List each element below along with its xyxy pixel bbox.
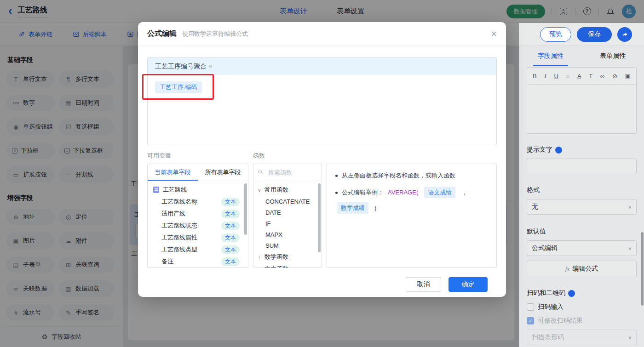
modal-backdrop[interactable] xyxy=(519,0,644,23)
variable-field-row[interactable]: 工艺路线状态 文本 xyxy=(148,220,248,232)
field-type-badge: 文本 xyxy=(221,198,240,206)
variable-field-label: 工艺路线名称 xyxy=(161,198,197,206)
function-group-common[interactable]: ∨ 常用函数 xyxy=(253,184,322,196)
cancel-button[interactable]: 取消 xyxy=(406,277,441,292)
variable-field-label: 工艺路线类型 xyxy=(161,245,197,254)
tab-all-form-fields[interactable]: 所有表单字段 xyxy=(198,164,248,181)
field-type-badge: 文本 xyxy=(221,245,240,254)
chevron-right-icon: › xyxy=(257,267,262,268)
variable-field-label: 工艺路线状态 xyxy=(161,222,197,230)
function-search-input[interactable] xyxy=(267,169,315,176)
formula-token[interactable]: 工艺工序.编码 xyxy=(155,81,202,93)
window-scrollbar[interactable] xyxy=(641,232,644,306)
tab-current-form-fields[interactable]: 当前表单字段 xyxy=(148,164,198,181)
variables-scrollbar[interactable] xyxy=(244,183,247,235)
variable-field-row[interactable]: 工艺路线名称 文本 xyxy=(148,196,248,208)
search-icon xyxy=(258,170,264,175)
function-item[interactable]: IF xyxy=(253,218,322,229)
functions-scrollbar[interactable] xyxy=(318,183,321,252)
variable-field-label: 备注 xyxy=(161,257,173,266)
light-overlay xyxy=(519,23,644,347)
field-type-badge: 文本 xyxy=(221,257,240,266)
function-item[interactable]: MAPX xyxy=(253,229,322,240)
form-doc-icon xyxy=(153,187,159,193)
formula-target: 工艺工序编号聚合 = xyxy=(148,57,496,75)
formula-editor[interactable]: 工艺工序编号聚合 = 工艺工序.编码 xyxy=(147,57,497,145)
share-button[interactable] xyxy=(617,27,632,42)
variable-field-row[interactable]: 工艺路线类型 文本 xyxy=(148,244,248,256)
form-actions: 预览 保存 xyxy=(540,27,632,42)
tip-line1: 从左侧面板选择字段名和函数，或输入函数 xyxy=(342,171,455,180)
share-arrow-icon xyxy=(621,31,628,38)
example-token: 数学成绩 xyxy=(337,202,368,214)
close-icon[interactable]: × xyxy=(491,29,497,39)
field-type-badge: 文本 xyxy=(221,233,240,242)
tips-panel: 从左侧面板选择字段名和函数，或输入函数 公式编辑举例：AVERAGE(语文成绩，… xyxy=(327,164,497,268)
function-search[interactable] xyxy=(253,164,322,181)
function-item[interactable]: DATE xyxy=(253,207,322,218)
function-group-math[interactable]: › 数学函数 xyxy=(253,251,322,263)
tip-function-name: AVERAGE( xyxy=(388,188,418,197)
tree-root-form[interactable]: 工艺路线 xyxy=(148,184,248,196)
confirm-button[interactable]: 确定 xyxy=(448,277,488,292)
tip-example-prefix: 公式编辑举例： xyxy=(342,188,384,197)
variable-field-row[interactable]: 文本 xyxy=(148,267,248,268)
variable-field-row[interactable]: 工艺路线属性 文本 xyxy=(148,232,248,244)
variables-label: 可用变量 xyxy=(147,152,253,160)
preview-button[interactable]: 预览 xyxy=(540,27,571,42)
variable-field-label: 适用产线 xyxy=(161,210,185,218)
functions-panel: ∨ 常用函数 CONCATENATEDATEIFMAPXSUM › 数学函数 › xyxy=(253,164,322,268)
functions-label: 函数 xyxy=(253,152,327,160)
chevron-down-icon: ∨ xyxy=(257,188,262,193)
example-token: 语文成绩 xyxy=(424,187,455,198)
variables-panel: 当前表单字段 所有表单字段 工艺路线 工艺路线名称 文本 xyxy=(147,164,248,268)
app-window: ‹ 工艺路线 表单设计 表单设置 数据管理 检 表单外链 后端脚本 xyxy=(0,0,644,347)
variable-field-row[interactable]: 备注 文本 xyxy=(148,256,248,267)
function-item[interactable]: SUM xyxy=(253,240,322,251)
field-type-badge: 文本 xyxy=(221,210,240,218)
function-item[interactable]: CONCATENATE xyxy=(253,196,322,207)
function-group-text[interactable]: › 文本函数 xyxy=(253,263,322,268)
variable-field-label: 工艺路线属性 xyxy=(161,233,197,242)
chevron-right-icon: › xyxy=(257,255,262,260)
modal-subtitle: 使用数学运算符编辑公式 xyxy=(182,30,248,38)
variable-field-row[interactable]: 适用产线 文本 xyxy=(148,208,248,220)
save-button[interactable]: 保存 xyxy=(577,27,612,42)
field-type-badge: 文本 xyxy=(221,222,240,230)
formula-edit-modal: 公式编辑 使用数学运算符编辑公式 × 工艺工序编号聚合 = 工艺工序.编码 可用… xyxy=(138,22,506,297)
modal-title: 公式编辑 xyxy=(147,29,177,39)
